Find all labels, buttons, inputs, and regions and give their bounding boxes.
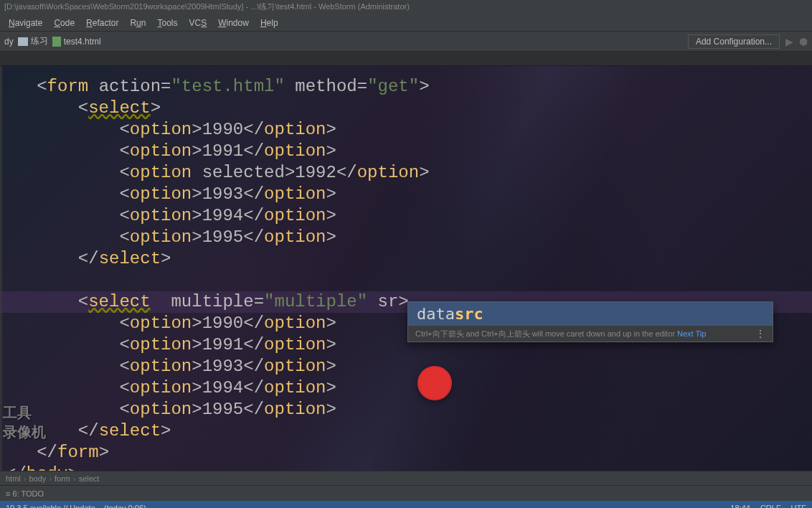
code-editor[interactable]: <form action="test.html" method="get"> <… [0,66,812,471]
completion-hint-bar: Ctrl+向下箭头 and Ctrl+向上箭头 will move caret … [408,326,773,342]
menu-vcs[interactable]: VCS [184,17,213,29]
code-content[interactable]: <form action="test.html" method="get"> <… [6,76,430,471]
menu-navigate[interactable]: Navigate [3,17,48,29]
chevron-right-icon: › [24,474,27,483]
completion-item[interactable]: datasrc [408,302,773,326]
status-bar: 10.3.5 available // Update... (today 0:0… [0,501,812,508]
structure-breadcrumb: html › body › form › select [0,471,812,485]
folder-icon [18,37,28,46]
editor-gutter [0,66,2,471]
navigation-bar: dy 练习 test4.html Add Configuration... ▶ … [0,32,812,52]
breadcrumb-body[interactable]: body [29,474,46,483]
breadcrumb-select[interactable]: select [79,474,100,483]
cursor-pointer-overlay [417,366,452,400]
menu-refactor[interactable]: Refactor [80,17,124,29]
debug-icon[interactable]: ⬢ [799,36,808,47]
nav-crumb-folder[interactable]: 练习 [18,35,48,47]
completion-more-icon[interactable]: ⋮ [755,328,765,339]
chevron-right-icon: › [73,474,76,483]
breadcrumb-html[interactable]: html [6,474,21,483]
menu-help[interactable]: Help [255,17,284,29]
todo-tool-button[interactable]: ≡ 6: TODO [6,489,44,498]
nav-crumb-root[interactable]: dy [4,37,14,47]
breadcrumb-form[interactable]: form [55,474,70,483]
html-file-icon [52,37,61,47]
next-tip-link[interactable]: Next Tip [677,329,706,338]
nav-crumb-file[interactable]: test4.html [52,37,101,47]
watermark-text: 工具 录像机 [3,403,46,442]
run-icon[interactable]: ▶ [785,36,793,47]
code-completion-popup[interactable]: datasrc Ctrl+向下箭头 and Ctrl+向上箭头 will mov… [407,301,773,342]
menu-window[interactable]: Window [212,17,255,29]
menu-code[interactable]: Code [48,17,80,29]
status-update-notice[interactable]: 10.3.5 available // Update... (today 0:0… [6,504,146,508]
editor-tab-row [0,52,812,66]
window-title-bar: [D:\javasoft\WorkSpaces\WebStorm2019work… [0,0,812,14]
menu-run[interactable]: Run [124,17,151,29]
tool-window-bar: ≡ 6: TODO [0,485,812,501]
add-configuration-button[interactable]: Add Configuration... [688,34,780,49]
menu-tools[interactable]: Tools [151,17,183,29]
status-line-separator[interactable]: CRLF [760,504,781,508]
status-time: 18:44 [730,504,750,508]
window-title: [D:\javasoft\WorkSpaces\WebStorm2019work… [4,2,410,11]
chevron-right-icon: › [49,474,52,483]
status-encoding[interactable]: UTF [791,504,806,508]
menu-bar: Navigate Code Refactor Run Tools VCS Win… [0,14,812,32]
